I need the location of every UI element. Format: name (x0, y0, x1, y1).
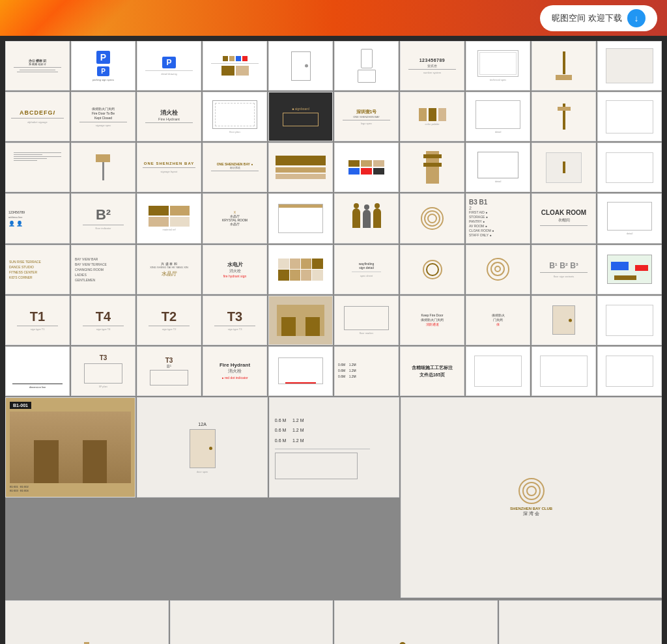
thumb-tech-detail-2[interactable]: detail (466, 92, 530, 141)
row-5: SUN RISE TERRACEDANCE STUDIOFITNESS CENT… (5, 245, 662, 294)
thumb-blank-6[interactable] (597, 346, 662, 396)
thumbnail-grid: 办公楼标识 系统规化设计 P P parking sign specs (5, 41, 662, 644)
thumb-device-display[interactable] (334, 41, 399, 91)
thumb-door-numbered[interactable]: 12A door spec (137, 397, 267, 497)
thumb-map-overview[interactable] (597, 245, 662, 294)
thumb-parking-detail[interactable]: P detail drawing (137, 41, 201, 91)
thumb-address-info[interactable]: 123456789 address line 👤 👤 (5, 193, 70, 243)
row-3: ONE SHENZHEN BAY signage layout ONE SHEN… (5, 143, 662, 192)
thumb-pylon-sign[interactable] (71, 143, 135, 192)
thumb-one-shenzhen-bay-1[interactable]: ONE SHENZHEN BAY signage layout (137, 143, 201, 192)
thumb-text-block-1[interactable] (5, 143, 70, 192)
thumb-t3-sign[interactable]: T3 sign type T3 (203, 296, 267, 345)
download-button[interactable]: 昵图空间 欢迎下载 ↓ (540, 5, 657, 31)
thumb-blank-panel[interactable] (597, 92, 662, 141)
thumb-spiral-2[interactable] (400, 245, 464, 294)
thumb-t2-sign[interactable]: T2 sign type T2 (137, 296, 201, 345)
thumb-xing-sheng[interactable]: 兴 盛 泰 和 XING SHENG TAI HE YANG XIN 水晶厅 (137, 245, 201, 294)
thumb-detail-3[interactable]: detail (597, 193, 662, 243)
row-9-bottom: overhead sign spec (5, 600, 662, 644)
thumb-b3-b1-sign[interactable]: B3 B1 2 FIRST AID ●STORAGE ●PANTRY ●AV R… (466, 193, 530, 243)
row-6: T1 sign type T1 T4 sign type T4 T2 sign … (5, 296, 662, 345)
thumb-color-swatches[interactable] (203, 41, 267, 91)
thumb-detail-drawing[interactable]: detail (466, 143, 530, 192)
thumb-signage-column[interactable] (400, 143, 464, 192)
thumb-tile-pattern[interactable] (268, 245, 333, 294)
thumb-b123-signs[interactable]: B¹ B² B³ floor sign variants (532, 245, 596, 294)
thumb-t4-sign[interactable]: T4 sign type T4 (71, 296, 135, 345)
thumb-b2-sign[interactable]: B² floor indicator (71, 193, 135, 243)
thumb-pylon-sign-tall[interactable] (5, 600, 169, 644)
thumb-fire-door-3[interactable]: 保持防火门关闭保 (466, 296, 530, 345)
thumb-fire-hydrant-3[interactable]: Fire Hydrant 消火栓 ● red dot indicator (203, 346, 267, 396)
thumb-vertical-sign[interactable] (532, 143, 596, 192)
thumb-spiral-3[interactable] (466, 245, 530, 294)
row-4: 123456789 address line 👤 👤 B² floor indi… (5, 193, 662, 243)
thumb-decor-sign[interactable]: color palette (400, 92, 464, 141)
thumb-dark-signboard[interactable]: ■ signboard (268, 92, 333, 141)
thumb-note-text[interactable]: 含精细施工工艺标注文件总165页 (400, 346, 464, 396)
download-label: 昵图空间 欢迎下载 (552, 12, 622, 24)
thumb-b1-001-photo[interactable]: B1-001 B1·001 · B1·002B1·003 · B1·004 (5, 397, 135, 497)
thumb-signpost-1[interactable] (532, 41, 596, 91)
thumb-people-pictograms[interactable] (334, 193, 399, 243)
thumb-t1-sign[interactable]: T1 sign type T1 (5, 296, 70, 345)
thumb-overhead-sign[interactable]: overhead sign spec (170, 600, 334, 644)
row-1: 办公楼标识 系统规化设计 P P parking sign specs (5, 41, 662, 91)
download-arrow-icon: ↓ (627, 9, 646, 27)
thumb-parking-sign-large[interactable]: P P parking sign details (499, 600, 662, 644)
thumb-fire-hydrant-sign[interactable]: 消火栓 Fire Hydrant (137, 92, 201, 141)
thumb-office-sign[interactable]: 办公楼标识 系统规化设计 (5, 41, 70, 91)
thumb-floor-plan-1[interactable]: floor plan (203, 92, 267, 141)
thumb-spiral-decor-1[interactable] (400, 193, 464, 243)
thumb-tech-drawing-1[interactable]: technical spec (466, 41, 530, 91)
thumb-color-grid[interactable] (334, 143, 399, 192)
thumb-alphabet-sign[interactable]: ABCDEFGI alphabet signage (5, 92, 70, 141)
row-7: dimension line T3 B³ plan T3 B¹ (5, 346, 662, 396)
thumb-door-diagram[interactable] (268, 41, 333, 91)
thumb-sign-board-horiz[interactable] (268, 143, 333, 192)
thumb-entrance-photo[interactable] (268, 296, 333, 345)
thumb-fire-door[interactable]: 保持防火门关闭Fire Door To BeKept Closed signag… (71, 92, 135, 141)
thumb-blank-2[interactable] (597, 143, 662, 192)
page-header: 昵图空间 欢迎下载 ↓ (0, 0, 667, 36)
thumb-cloak-room[interactable]: CLOAK ROOM 衣帽间 (532, 193, 596, 243)
thumb-door-3d[interactable] (532, 296, 596, 345)
main-content: 办公楼标识 系统规化设计 P P parking sign specs (0, 36, 667, 644)
thumb-dim-drawing-1[interactable]: dimension line (5, 346, 70, 396)
thumb-directory-2[interactable]: BAY VIEW BARBAY VIEW TERRACECHANGING ROO… (71, 245, 135, 294)
row-2: ABCDEFGI alphabet signage 保持防火门关闭Fire Do… (5, 92, 662, 141)
thumb-dimensions-chart[interactable]: 0.6M 1.2M 0.6M 1.2M 0.6M 1.2M (334, 346, 399, 396)
thumb-blank-4[interactable] (466, 346, 530, 396)
thumb-technical-diagram[interactable] (268, 193, 333, 243)
thumb-directory-1[interactable]: SUN RISE TERRACEDANCE STUDIOFITNESS CENT… (5, 245, 70, 294)
thumb-wall-panel-1[interactable] (597, 41, 662, 91)
thumb-t3-b1[interactable]: T3 B¹ (137, 346, 201, 396)
thumb-wayfinding-1[interactable]: wayfindingsign detail spec sheet (334, 245, 399, 294)
thumb-fire-hydrant-2[interactable]: 水电片 消火栓 fire hydrant sign (203, 245, 267, 294)
thumb-krystal-room[interactable]: X 水晶厅KRYSTAL ROOM水晶厅 (203, 193, 267, 243)
thumb-people-signs-large[interactable]: ♿ pictograms (334, 600, 498, 644)
thumb-col-sign[interactable] (532, 92, 596, 141)
thumb-fire-door-2[interactable]: Keep Fire Door保持防火门关闭消防通道 (400, 296, 464, 345)
thumb-bracket-drawing[interactable] (268, 346, 333, 396)
thumb-t3-plan[interactable]: T3 B³ plan (71, 346, 135, 396)
thumb-material-swatches[interactable]: material ref (137, 193, 201, 243)
thumb-number-sign[interactable]: 123456789 壹贰叁 number system (400, 41, 464, 91)
thumb-floor-markers[interactable]: floor marker (334, 296, 399, 345)
thumb-blank-3[interactable] (597, 296, 662, 345)
row-8-large: B1-001 B1·001 · B1·002B1·003 · B1·004 12… (5, 397, 662, 598)
thumb-dim-chart-large[interactable]: 0.6 M 1.2 M 0.6 M 1.2 M 0.6 M 1.2 M (269, 397, 399, 497)
thumb-shenzhen-one[interactable]: 深圳壹1号 ONE SHENZHEN BAY logo spec (334, 92, 399, 141)
thumb-shenzhen-bay-club[interactable]: SHENZHEN BAY CLUB 深 湾 会 (401, 397, 662, 598)
thumb-blank-5[interactable] (532, 346, 596, 396)
thumb-one-shenzhen-bay-2[interactable]: ONE SHENZHEN BAY ● 标识系统 (203, 143, 267, 192)
thumb-parking-blue[interactable]: P P parking sign specs (71, 41, 135, 91)
header-flames (0, 0, 130, 36)
